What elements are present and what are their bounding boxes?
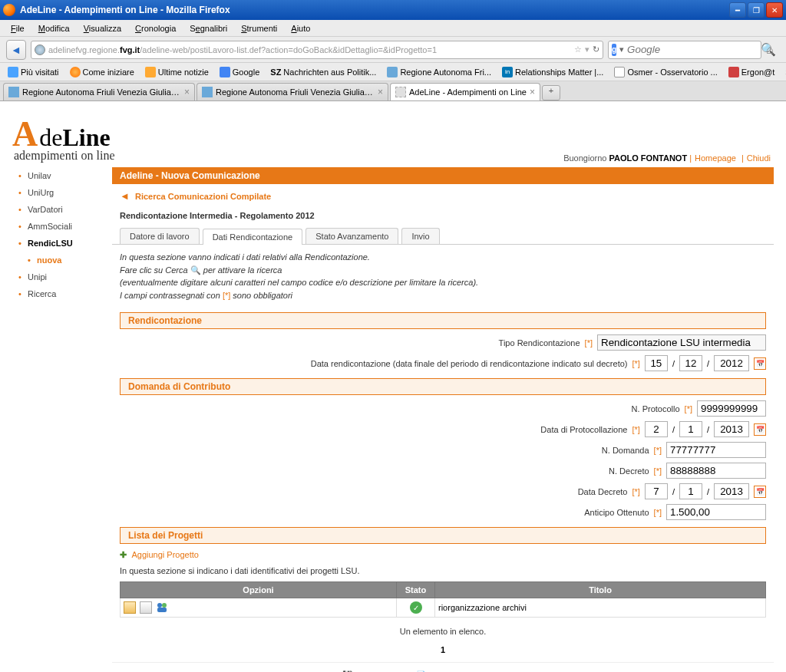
menu-visualizza[interactable]: Visualizza — [78, 22, 127, 35]
nav-toolbar: ◄ adelinefvg.regione.fvg.it/adeline-web/… — [0, 37, 786, 63]
status-ok-icon: ✓ — [410, 601, 422, 614]
tab-close-icon[interactable]: × — [184, 87, 190, 97]
reload-icon[interactable]: ↻ — [593, 44, 599, 54]
sidebar-item-nuova[interactable]: nuova — [12, 252, 112, 268]
aggiungi-progetto-link[interactable]: Aggiungi Progetto — [131, 550, 198, 559]
subtab-stato[interactable]: Stato Avanzamento — [305, 228, 398, 244]
subtab-datore[interactable]: Datore di lavoro — [120, 228, 200, 244]
bookmark-google[interactable]: Google — [215, 65, 264, 79]
bookmark-osmer[interactable]: Osmer - Osservatorio ... — [609, 65, 722, 79]
sidebar-item-rendiclsu[interactable]: RendicLSU — [12, 235, 112, 252]
subtab-invio[interactable]: Invio — [401, 228, 439, 244]
tab-regione-2[interactable]: Regione Autonoma Friuli Venezia Giulia -… — [196, 83, 388, 100]
people-icon[interactable] — [156, 601, 168, 614]
th-titolo: Titolo — [435, 582, 766, 598]
page-title: Rendicontazione Intermedia - Regolamento… — [112, 208, 774, 228]
data-decreto-day[interactable] — [645, 483, 668, 499]
projects-table: Opzioni Stato Titolo — [120, 581, 766, 618]
bookmark-sz[interactable]: SZ Nachrichten aus Politik... — [266, 66, 381, 78]
data-prot-day[interactable] — [645, 421, 668, 437]
tipo-rendicontazione-label: Tipo Rendicontazione — [499, 338, 580, 348]
logo-subtitle: adempimenti on line — [14, 149, 115, 163]
lista-progetti-desc: In questa sezione si indicano i dati ide… — [112, 563, 774, 578]
bookmark-linkedin[interactable]: inRelationships Matter |... — [497, 65, 608, 79]
sidebar-item-vardatori[interactable]: VarDatori — [12, 201, 112, 218]
data-decreto-year[interactable] — [714, 483, 749, 499]
bookmarks-toolbar: Più visitati Come iniziare Ultime notizi… — [0, 63, 786, 81]
home-button[interactable]: ⌂ — [766, 43, 780, 57]
sidebar-item-unilav[interactable]: Unilav — [12, 167, 112, 184]
sidebar-item-unipi[interactable]: Unipi — [12, 268, 112, 285]
search-bar[interactable]: g ▾ 🔍 — [608, 41, 761, 59]
row-titolo: riorganizzazione archivi — [435, 598, 766, 618]
dropdown-icon[interactable]: ▾ — [585, 44, 590, 54]
search-input[interactable] — [627, 44, 758, 55]
ndecreto-label: N. Decreto — [609, 466, 649, 476]
tab-close-icon[interactable]: × — [530, 87, 535, 97]
sidebar-item-ammsociali[interactable]: AmmSociali — [12, 218, 112, 235]
data-prot-year[interactable] — [714, 421, 749, 437]
ricerca-comunicazioni-link[interactable]: Ricerca Comunicazioni Compilate — [135, 192, 271, 201]
bookmark-piu-visitati[interactable]: Più visitati — [3, 65, 64, 79]
pager-current: 1 — [112, 642, 774, 657]
menu-cronologia[interactable]: Cronologia — [129, 22, 182, 35]
chiudi-link[interactable]: Chiudi — [747, 153, 771, 163]
data-rend-day[interactable] — [645, 355, 668, 371]
tab-favicon — [395, 87, 406, 97]
bookmark-regione-fvg[interactable]: Regione Autonoma Fri... — [382, 65, 496, 79]
sidebar: Unilav UniUrg VarDatori AmmSociali Rendi… — [12, 167, 112, 672]
note-icon[interactable] — [124, 601, 136, 614]
window-titlebar: AdeLine - Adempimenti on Line - Mozilla … — [0, 0, 786, 20]
site-identity-icon[interactable] — [35, 44, 45, 55]
tipo-rendicontazione-field — [597, 334, 766, 351]
anticipo-field[interactable] — [666, 504, 766, 520]
th-opzioni: Opzioni — [121, 582, 397, 598]
calendar-icon[interactable]: 📅 — [754, 486, 766, 498]
tab-close-icon[interactable]: × — [378, 87, 383, 97]
subtab-dati[interactable]: Dati Rendicontazione — [203, 229, 303, 245]
table-row: ✓ riorganizzazione archivi — [121, 598, 766, 618]
firefox-icon — [3, 4, 15, 16]
menu-modifica[interactable]: Modifica — [32, 22, 76, 35]
data-rend-month[interactable] — [679, 355, 702, 371]
calendar-icon[interactable]: 📅 — [754, 423, 766, 436]
minimize-button[interactable]: ━ — [729, 2, 746, 18]
new-tab-button[interactable]: + — [542, 85, 560, 100]
tab-regione-1[interactable]: Regione Autonoma Friuli Venezia Giulia -… — [3, 83, 195, 100]
homepage-link[interactable]: Homepage — [695, 153, 736, 163]
breadcrumb-header: Adeline - Nuova Comunicazione — [112, 167, 774, 184]
subtab-row: Datore di lavoro Dati Rendicontazione St… — [112, 228, 774, 245]
close-window-button[interactable]: ✕ — [766, 2, 783, 18]
bookmark-ergonat[interactable]: Ergon@t — [724, 65, 780, 79]
nprotocollo-field[interactable] — [697, 400, 766, 417]
tab-adeline[interactable]: AdeLine - Adempimenti on Line × — [390, 83, 540, 100]
search-dropdown-icon[interactable]: ▾ — [619, 44, 624, 54]
menu-file[interactable]: File — [5, 22, 31, 35]
data-prot-month[interactable] — [679, 421, 702, 437]
menu-strumenti[interactable]: Strumenti — [235, 22, 283, 35]
ndomanda-label: N. Domanda — [602, 446, 649, 455]
svg-point-0 — [157, 603, 162, 608]
data-decreto-month[interactable] — [679, 483, 702, 499]
sidebar-item-uniurg[interactable]: UniUrg — [12, 184, 112, 201]
menu-aiuto[interactable]: Aiuto — [285, 22, 316, 35]
menubar: File Modifica Visualizza Cronologia Segn… — [0, 20, 786, 37]
nprotocollo-label: N. Protocollo — [632, 404, 680, 413]
back-button[interactable]: ◄ — [6, 40, 26, 60]
bookmark-come-iniziare[interactable]: Come iniziare — [65, 65, 139, 79]
ndecreto-field[interactable] — [666, 463, 766, 479]
data-rend-year[interactable] — [714, 355, 749, 371]
google-icon: g — [612, 44, 616, 56]
back-arrow-icon: ◄ — [120, 190, 130, 202]
bookmark-ultime-notizie[interactable]: Ultime notizie — [140, 65, 213, 79]
section-info-text: In questa sezione vanno indicati i dati … — [112, 245, 774, 308]
edit-icon[interactable] — [140, 601, 152, 614]
bookmarks-overflow-icon[interactable]: » — [781, 68, 786, 77]
ndomanda-field[interactable] — [666, 442, 766, 458]
menu-segnalibri[interactable]: Segnalibri — [183, 22, 233, 35]
sidebar-item-ricerca[interactable]: Ricerca — [12, 285, 112, 302]
maximize-button[interactable]: ❐ — [748, 2, 765, 18]
urlbar[interactable]: adelinefvg.regione.fvg.it/adeline-web/po… — [31, 41, 603, 59]
bookmark-star-icon[interactable]: ☆ — [574, 44, 582, 54]
calendar-icon[interactable]: 📅 — [754, 357, 766, 370]
